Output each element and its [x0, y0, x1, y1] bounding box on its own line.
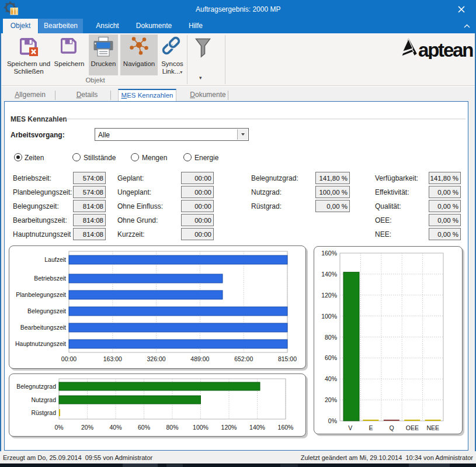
svg-text:NEE: NEE [427, 424, 440, 431]
svg-text:Laufzeit: Laufzeit [44, 256, 66, 263]
svg-text:aptean: aptean [418, 39, 473, 59]
svg-text:140%: 140% [249, 424, 265, 431]
svg-text:0%: 0% [328, 417, 337, 424]
svg-text:160%: 160% [321, 250, 337, 257]
svg-text:140%: 140% [321, 271, 337, 278]
svg-text:Belegnutzgrad: Belegnutzgrad [16, 383, 56, 390]
svg-text:60%: 60% [138, 424, 150, 431]
svg-text:652:00: 652:00 [234, 355, 253, 362]
svg-text:Q: Q [389, 424, 394, 431]
svg-text:60%: 60% [325, 354, 337, 361]
svg-text:Betriebszeit: Betriebszeit [34, 275, 66, 282]
svg-text:Hauptnutzungszeit: Hauptnutzungszeit [15, 340, 66, 347]
svg-text:V: V [348, 424, 352, 431]
svg-text:40%: 40% [325, 375, 337, 382]
svg-text:00:00: 00:00 [61, 355, 77, 362]
svg-text:Nutzgrad: Nutzgrad [31, 396, 56, 403]
svg-text:80%: 80% [166, 424, 178, 431]
svg-text:120%: 120% [321, 292, 337, 299]
svg-text:Belegungszeit: Belegungszeit [27, 307, 66, 314]
svg-text:326:00: 326:00 [147, 355, 166, 362]
svg-text:E: E [369, 424, 373, 431]
svg-text:100%: 100% [321, 313, 337, 320]
svg-text:Rüstgrad: Rüstgrad [31, 409, 56, 416]
svg-text:20%: 20% [325, 396, 337, 403]
svg-text:80%: 80% [325, 334, 337, 341]
svg-text:160%: 160% [278, 424, 294, 431]
svg-text:OEE: OEE [406, 424, 419, 431]
svg-text:120%: 120% [221, 424, 237, 431]
svg-text:163:00: 163:00 [103, 355, 122, 362]
svg-text:Planbelegungszeit: Planbelegungszeit [16, 291, 66, 298]
svg-text:20%: 20% [81, 424, 93, 431]
svg-text:40%: 40% [109, 424, 121, 431]
svg-text:Bearbeitungszeit: Bearbeitungszeit [20, 324, 66, 331]
svg-text:815:00: 815:00 [278, 355, 297, 362]
svg-text:489:00: 489:00 [190, 355, 209, 362]
svg-text:0%: 0% [54, 424, 63, 431]
svg-text:100%: 100% [193, 424, 209, 431]
